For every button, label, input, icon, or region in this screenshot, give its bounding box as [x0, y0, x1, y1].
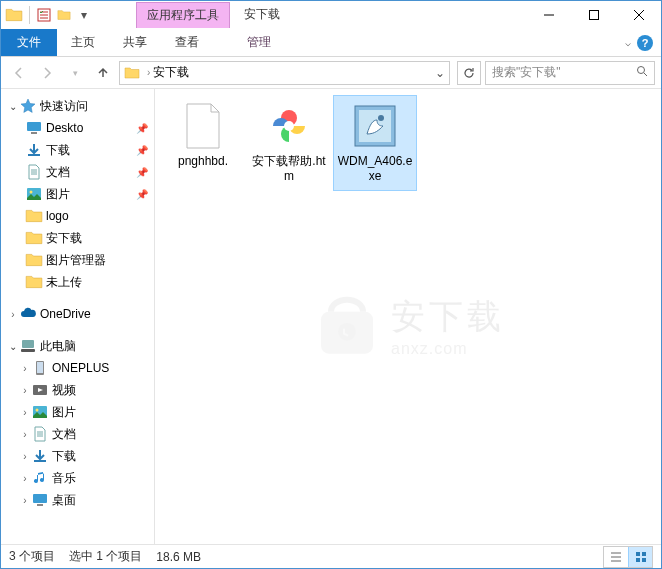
- refresh-button[interactable]: [457, 61, 481, 85]
- separator: [29, 6, 30, 24]
- tab-app-tools[interactable]: 应用程序工具: [136, 2, 230, 28]
- file-item[interactable]: 安下载帮助.htm: [247, 95, 331, 191]
- sidebar-item-video[interactable]: ›视频: [1, 379, 154, 401]
- nav-label: 图片: [46, 186, 70, 203]
- nav-label: 安下载: [46, 230, 82, 247]
- svg-rect-4: [31, 132, 37, 134]
- sidebar-item-img-mgr[interactable]: 图片管理器: [1, 249, 154, 271]
- pictures-icon: [25, 185, 43, 203]
- sidebar-item-pc-desktop[interactable]: ›桌面: [1, 489, 154, 511]
- navigation-pane[interactable]: ⌄ 快速访问 Deskto📌 下载📌 文档📌 图片📌 logo 安下载 图片管理…: [1, 89, 155, 544]
- chevron-right-icon[interactable]: ›: [19, 473, 31, 484]
- sidebar-item-music[interactable]: ›音乐: [1, 467, 154, 489]
- sidebar-item-documents[interactable]: 文档📌: [1, 161, 154, 183]
- nav-label: Deskto: [46, 121, 83, 135]
- folder-icon: [25, 251, 43, 269]
- chevron-right-icon[interactable]: ›: [19, 363, 31, 374]
- sidebar-item-unuploaded[interactable]: 未上传: [1, 271, 154, 293]
- recent-button[interactable]: ▾: [63, 61, 87, 85]
- folder-icon: [25, 273, 43, 291]
- svg-rect-3: [27, 122, 41, 131]
- sidebar-item-anxz[interactable]: 安下载: [1, 227, 154, 249]
- qat-customize-icon[interactable]: ▾: [76, 7, 92, 23]
- nav-label: 音乐: [52, 470, 76, 487]
- bag-icon: [311, 289, 383, 361]
- chevron-right-icon[interactable]: ›: [19, 385, 31, 396]
- file-item-selected[interactable]: WDM_A406.exe: [333, 95, 417, 191]
- up-button[interactable]: [91, 61, 115, 85]
- maximize-button[interactable]: [571, 1, 616, 29]
- nav-this-pc[interactable]: ⌄此电脑: [1, 335, 154, 357]
- breadcrumb[interactable]: › 安下载 ⌄: [119, 61, 450, 85]
- content-pane[interactable]: pnghhbd. 安下载帮助.htm WDM_A406.exe 安下载 anxz…: [155, 89, 661, 544]
- nav-quick-access[interactable]: ⌄ 快速访问: [1, 95, 154, 117]
- chevron-right-icon[interactable]: ›: [19, 495, 31, 506]
- file-tab[interactable]: 文件: [1, 29, 57, 56]
- svg-rect-10: [37, 362, 43, 373]
- tab-home[interactable]: 主页: [57, 29, 109, 56]
- forward-button[interactable]: [35, 61, 59, 85]
- watermark-sub: anxz.com: [391, 339, 505, 357]
- sidebar-item-desktop[interactable]: Deskto📌: [1, 117, 154, 139]
- nav-label: 桌面: [52, 492, 76, 509]
- nav-label: OneDrive: [40, 307, 91, 321]
- sidebar-item-pc-downloads[interactable]: ›下载: [1, 445, 154, 467]
- svg-point-13: [36, 409, 39, 412]
- sidebar-item-oneplus[interactable]: ›ONEPLUS: [1, 357, 154, 379]
- nav-onedrive[interactable]: ›OneDrive: [1, 303, 154, 325]
- icons-view-button[interactable]: [628, 547, 652, 567]
- sidebar-item-logo[interactable]: logo: [1, 205, 154, 227]
- tab-view[interactable]: 查看: [161, 29, 213, 56]
- chevron-right-icon[interactable]: ›: [19, 451, 31, 462]
- chevron-down-icon[interactable]: ⌄: [7, 341, 19, 352]
- nav-label: 文档: [52, 426, 76, 443]
- sidebar-item-downloads[interactable]: 下载📌: [1, 139, 154, 161]
- svg-point-6: [30, 191, 33, 194]
- svg-point-2: [638, 67, 645, 74]
- details-view-button[interactable]: [604, 547, 628, 567]
- new-folder-icon[interactable]: [56, 7, 72, 23]
- pin-icon: 📌: [136, 145, 148, 156]
- download-icon: [25, 141, 43, 159]
- desktop-icon: [31, 491, 49, 509]
- nav-label: 快速访问: [40, 98, 88, 115]
- file-item[interactable]: pnghhbd.: [161, 95, 245, 191]
- svg-rect-7: [22, 340, 34, 348]
- tab-share[interactable]: 共享: [109, 29, 161, 56]
- sidebar-item-pc-documents[interactable]: ›文档: [1, 423, 154, 445]
- pin-icon: 📌: [136, 189, 148, 200]
- nav-label: 未上传: [46, 274, 82, 291]
- nav-label: 文档: [46, 164, 70, 181]
- document-icon: [25, 163, 43, 181]
- address-bar: ▾ › 安下载 ⌄ 搜索"安下载": [1, 57, 661, 89]
- cloud-icon: [19, 305, 37, 323]
- folder-icon: [124, 65, 140, 81]
- chevron-right-icon[interactable]: ›: [19, 429, 31, 440]
- back-button[interactable]: [7, 61, 31, 85]
- nav-label: 图片: [52, 404, 76, 421]
- tab-manage[interactable]: 管理: [229, 29, 289, 56]
- help-icon[interactable]: ?: [637, 35, 653, 51]
- history-dropdown-icon[interactable]: ⌄: [435, 66, 445, 80]
- svg-rect-24: [642, 552, 646, 556]
- sidebar-item-pc-pictures[interactable]: ›图片: [1, 401, 154, 423]
- minimize-button[interactable]: [526, 1, 571, 29]
- properties-icon[interactable]: [36, 7, 52, 23]
- breadcrumb-item[interactable]: 安下载: [153, 64, 189, 81]
- ribbon-expand-icon[interactable]: ⌵: [625, 37, 631, 48]
- chevron-right-icon[interactable]: ›: [147, 67, 150, 78]
- search-input[interactable]: 搜索"安下载": [485, 61, 655, 85]
- svg-point-17: [284, 121, 294, 131]
- folder-icon: [25, 229, 43, 247]
- close-button[interactable]: [616, 1, 661, 29]
- svg-rect-25: [636, 558, 640, 562]
- item-label: 安下载帮助.htm: [250, 154, 328, 184]
- app-icon: [5, 6, 23, 24]
- chevron-right-icon[interactable]: ›: [7, 309, 19, 320]
- file-icon: [179, 102, 227, 150]
- svg-rect-26: [642, 558, 646, 562]
- chevron-down-icon[interactable]: ⌄: [7, 101, 19, 112]
- sidebar-item-pictures[interactable]: 图片📌: [1, 183, 154, 205]
- chevron-right-icon[interactable]: ›: [19, 407, 31, 418]
- svg-rect-15: [37, 504, 43, 506]
